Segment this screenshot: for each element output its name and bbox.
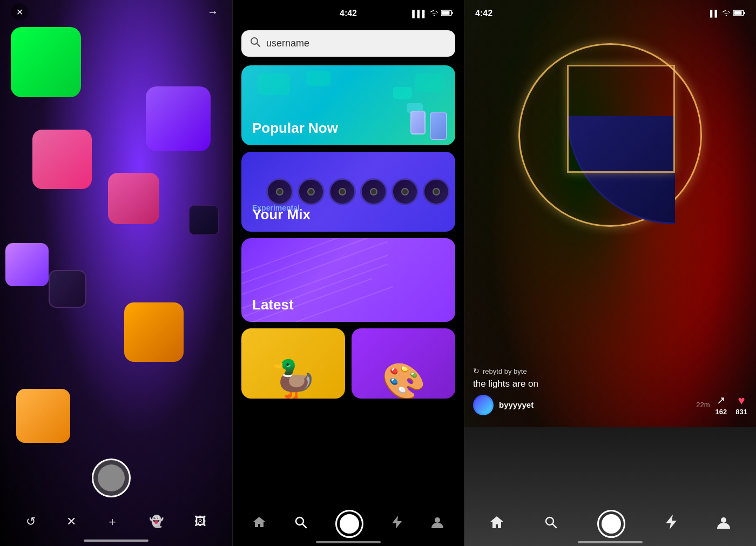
panel-camera: ✕ → ↺ ✕ ＋ 👻 🖼 [0,0,232,546]
feed-nav-record-button[interactable] [597,510,625,538]
feed-battery-icon [733,9,745,18]
time-ago-label: 22m [696,401,710,409]
your-mix-card[interactable]: Experimental Your Mix [241,152,455,232]
gallery-icon[interactable]: 🖼 [194,515,206,529]
feed-status-icons: ▌▌ [710,9,745,18]
nav-home-icon[interactable] [252,515,266,532]
svg-line-6 [302,524,306,528]
user-avatar[interactable] [473,395,494,415]
forward-button[interactable]: → [204,3,221,21]
ghost-icon[interactable]: 👻 [149,515,164,529]
nav-search-icon[interactable] [294,515,308,532]
feed-nav-record-inner [602,514,621,534]
your-mix-label: Your Mix [252,206,310,223]
cube-dark [49,270,86,308]
search-status-bar: 4:42 ▌▌▌ [233,0,464,27]
heart-icon: ♥ [738,394,745,408]
rebyte-icon: ↻ [473,367,480,375]
feed-home-indicator [578,541,643,543]
purple-card[interactable]: 🎨 [352,328,455,399]
flip-icon[interactable]: ↺ [26,515,36,529]
battery-icon [441,10,453,18]
nav-flash-icon[interactable] [391,515,403,532]
cube-dark2 [189,205,219,235]
cube-pink [32,130,92,189]
video-caption: the lights are on [464,379,756,394]
feed-time: 4:42 [475,9,492,18]
wifi-icon [430,10,438,18]
svg-point-7 [435,517,440,523]
svg-rect-2 [452,12,453,14]
record-button[interactable] [92,459,131,497]
rebyte-bar: ↻ rebytd by byte [464,367,756,379]
home-indicator [84,540,148,542]
record-button-inner [98,464,125,491]
cube-purple2 [5,243,49,286]
latest-card[interactable]: Latest [241,238,455,322]
feed-nav-person-icon[interactable] [716,515,731,533]
search-nav-bar [233,510,464,538]
share-arrow-icon: ↗ [717,394,726,407]
feed-nav-search-icon[interactable] [544,515,558,532]
cube-pink2 [108,173,159,224]
svg-line-4 [257,44,260,47]
feed-nav-flash-icon[interactable] [665,515,677,533]
feed-signal-icon: ▌▌ [710,10,719,17]
panel-search: 4:42 ▌▌▌ [232,0,464,546]
camera-toolbar: ↺ ✕ ＋ 👻 🖼 [0,514,232,530]
camera-status-bar: ✕ → [0,0,232,24]
delete-icon[interactable]: ✕ [66,515,76,529]
cube-green [11,27,81,97]
feed-nav-home-icon[interactable] [489,515,504,533]
feed-nav-bar [464,510,756,538]
add-icon[interactable]: ＋ [106,514,118,530]
second-video[interactable] [464,427,756,546]
svg-line-12 [553,524,557,528]
search-status-icons: ▌▌▌ [412,10,453,18]
search-input[interactable] [266,38,447,49]
comment-stats[interactable]: ↗ 162 [716,394,727,416]
like-button[interactable]: ♥ 831 [735,394,747,416]
search-time: 4:42 [340,9,357,18]
rebyte-text: rebytd by byte [483,367,527,375]
svg-rect-10 [744,12,745,14]
search-home-indicator [316,541,381,543]
nav-record-inner [340,514,359,534]
username-label[interactable]: byyyyyet [499,400,687,409]
svg-point-13 [721,517,726,523]
like-count: 831 [735,408,747,416]
search-bar[interactable] [241,30,455,57]
search-content: Popular Now Experimental Your Mix [233,65,464,399]
neon-square [567,65,675,173]
yellow-card[interactable]: 🦆 [241,328,345,399]
cube-orange [16,389,70,443]
signal-icon: ▌▌▌ [412,10,427,18]
popular-now-card[interactable]: Popular Now [241,65,455,145]
search-icon [250,37,261,50]
popular-now-label: Popular Now [252,120,338,137]
latest-label: Latest [252,296,294,313]
feed-status-bar: 4:42 ▌▌ [464,0,756,27]
nav-person-icon[interactable] [430,515,444,532]
cube-orange2 [124,302,184,362]
video-info-area: ↻ rebytd by byte the lights are on byyyy… [464,367,756,424]
feed-wifi-icon [722,9,731,18]
svg-rect-1 [442,11,450,15]
close-button[interactable]: ✕ [11,3,28,21]
video-user-row: byyyyyet 22m ↗ 162 ♥ 831 [464,394,756,424]
cube-purple [146,86,211,151]
comment-count: 162 [716,408,727,416]
video-actions: ↗ 162 ♥ 831 [716,394,747,416]
bottom-cards-row: 🦆 🎨 [241,328,455,399]
svg-rect-9 [734,11,742,15]
panel-feed: 4:42 ▌▌ [464,0,756,546]
nav-record-button[interactable] [335,510,363,538]
